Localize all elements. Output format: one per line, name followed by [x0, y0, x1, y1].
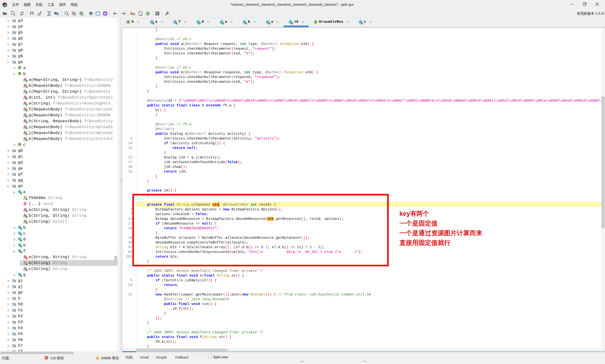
svg-text:M: M — [104, 12, 106, 15]
svg-text:c: c — [19, 190, 20, 193]
svg-text:m: m — [24, 202, 26, 205]
svg-text:@: @ — [315, 20, 316, 23]
svg-text:c: c — [19, 244, 20, 246]
svg-text:c: c — [174, 20, 176, 23]
svg-text:c: c — [151, 20, 153, 23]
svg-text:c: c — [19, 249, 20, 252]
svg-text:c: c — [221, 20, 222, 23]
svg-text:c: c — [244, 20, 245, 23]
svg-text:c: c — [19, 226, 20, 229]
svg-text:c: c — [290, 20, 291, 23]
svg-text:I: I — [19, 72, 20, 75]
svg-text:I: I — [127, 20, 129, 23]
svg-text:c: c — [19, 237, 20, 240]
svg-text:c: c — [19, 273, 20, 276]
svg-text:c: c — [267, 20, 269, 23]
svg-text:I: I — [19, 66, 20, 69]
svg-text:c: c — [197, 20, 199, 23]
svg-text:I: I — [19, 143, 20, 146]
svg-text:c: c — [19, 232, 20, 234]
svg-text:c: c — [360, 20, 361, 23]
